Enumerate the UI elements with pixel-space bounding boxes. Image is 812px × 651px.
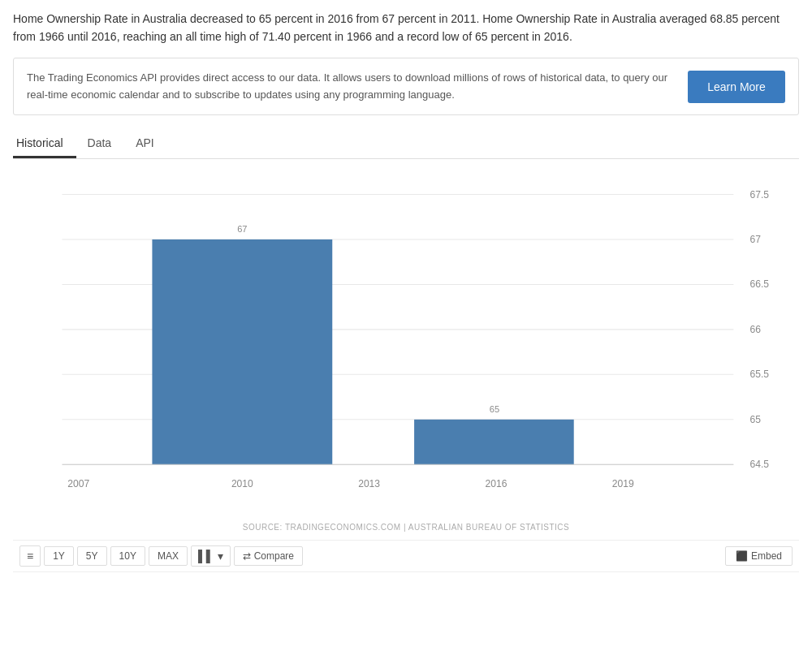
1y-button[interactable]: 1Y	[44, 546, 74, 566]
list-view-button[interactable]: ≡	[19, 545, 41, 567]
toolbar: ≡ 1Y 5Y 10Y MAX ▌▌ ▾ ⇄ Compare ⬛ Embed	[13, 540, 799, 572]
api-banner-text: The Trading Economics API provides direc…	[27, 70, 672, 104]
svg-text:2013: 2013	[358, 479, 380, 490]
description-text: Home Ownership Rate in Australia decreas…	[13, 10, 799, 46]
svg-text:65: 65	[490, 404, 499, 414]
tab-historical[interactable]: Historical	[13, 130, 76, 158]
chart-bar-icon: ▌▌	[198, 550, 214, 563]
compare-button[interactable]: ⇄ Compare	[234, 546, 303, 566]
svg-text:2010: 2010	[231, 479, 253, 490]
10y-button[interactable]: 10Y	[110, 546, 145, 566]
tab-api[interactable]: API	[132, 130, 167, 158]
learn-more-button[interactable]: Learn More	[688, 71, 785, 103]
bar-2016	[414, 420, 574, 464]
tab-data[interactable]: Data	[84, 130, 125, 158]
embed-label: Embed	[751, 550, 782, 562]
svg-text:66: 66	[750, 324, 762, 335]
compare-label: Compare	[254, 550, 294, 562]
svg-text:67.5: 67.5	[750, 189, 770, 200]
svg-text:67: 67	[237, 224, 247, 234]
bar-2010	[152, 239, 332, 464]
toolbar-right: ⬛ Embed	[725, 546, 793, 566]
chart-type-button[interactable]: ▌▌ ▾	[191, 545, 231, 567]
tabs-container: Historical Data API	[13, 130, 799, 159]
embed-icon: ⬛	[736, 550, 748, 562]
chart-area: 67.5 67 66.5 66 65.5 65 64.5 67 65 2007 …	[13, 167, 799, 516]
svg-text:2019: 2019	[612, 479, 634, 490]
api-banner: The Trading Economics API provides direc…	[13, 58, 799, 116]
toolbar-left: ≡ 1Y 5Y 10Y MAX ▌▌ ▾ ⇄ Compare	[19, 545, 303, 567]
svg-text:65.5: 65.5	[750, 369, 770, 381]
chart-dropdown-icon: ▾	[218, 550, 223, 563]
svg-text:67: 67	[750, 234, 762, 245]
svg-text:2007: 2007	[67, 479, 89, 490]
source-text: SOURCE: TRADINGECONOMICS.COM | AUSTRALIA…	[13, 523, 799, 532]
compare-icon: ⇄	[243, 550, 251, 562]
svg-text:65: 65	[750, 414, 762, 425]
embed-button[interactable]: ⬛ Embed	[725, 546, 793, 566]
svg-text:64.5: 64.5	[750, 459, 770, 471]
svg-text:2016: 2016	[485, 479, 507, 490]
main-container: Home Ownership Rate in Australia decreas…	[0, 0, 812, 582]
chart-svg: 67.5 67 66.5 66 65.5 65 64.5 67 65 2007 …	[13, 167, 799, 516]
5y-button[interactable]: 5Y	[77, 546, 107, 566]
max-button[interactable]: MAX	[149, 546, 188, 566]
svg-text:66.5: 66.5	[750, 279, 770, 291]
